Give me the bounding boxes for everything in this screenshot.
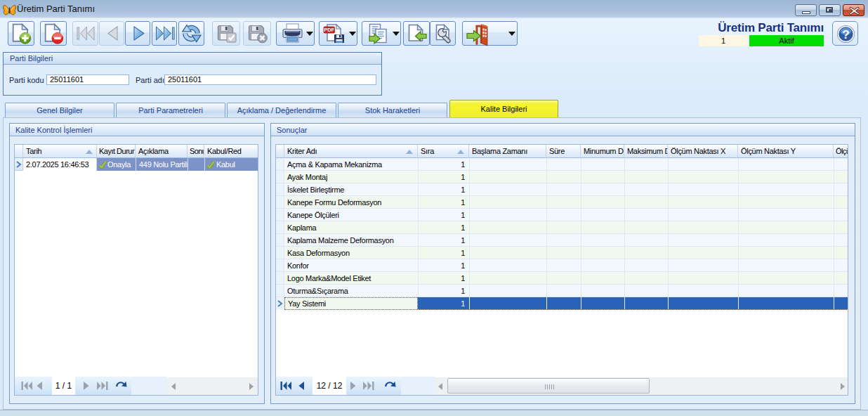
svg-text:?: ? (842, 28, 849, 41)
svg-text:PDF: PDF (324, 27, 334, 33)
